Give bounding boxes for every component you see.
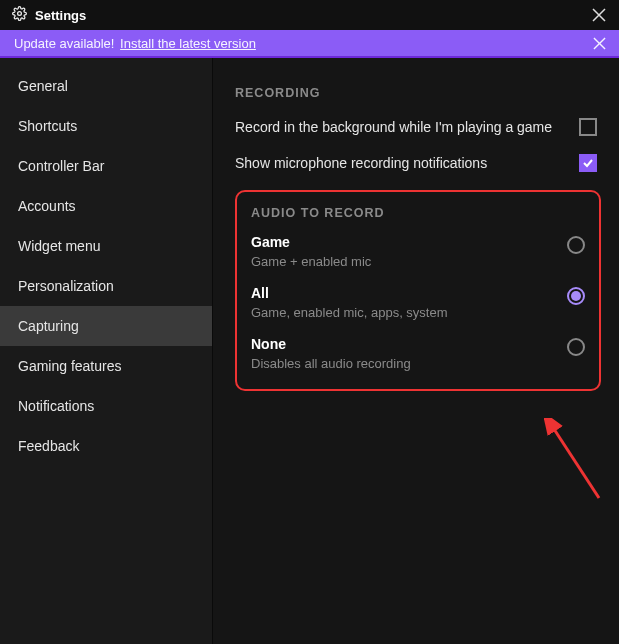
sidebar-item-gaming-features[interactable]: Gaming features	[0, 346, 212, 386]
gear-icon	[12, 6, 27, 25]
window-title: Settings	[35, 8, 86, 23]
radio-selected[interactable]	[567, 287, 585, 305]
radio-unselected[interactable]	[567, 236, 585, 254]
radio-desc: Disables all audio recording	[251, 356, 411, 371]
svg-point-0	[18, 11, 22, 15]
update-banner: Update available! Install the latest ver…	[0, 30, 619, 58]
setting-record-background[interactable]: Record in the background while I'm playi…	[235, 118, 601, 136]
setting-label: Record in the background while I'm playi…	[235, 119, 552, 135]
close-icon	[593, 37, 606, 50]
sidebar-item-feedback[interactable]: Feedback	[0, 426, 212, 466]
section-heading-audio: AUDIO TO RECORD	[251, 206, 585, 220]
radio-title: None	[251, 336, 411, 352]
sidebar-item-widget-menu[interactable]: Widget menu	[0, 226, 212, 266]
audio-option-all[interactable]: All Game, enabled mic, apps, system	[251, 285, 585, 320]
sidebar-item-label: Capturing	[18, 318, 79, 334]
sidebar-item-personalization[interactable]: Personalization	[0, 266, 212, 306]
sidebar-item-label: Widget menu	[18, 238, 100, 254]
radio-desc: Game, enabled mic, apps, system	[251, 305, 448, 320]
banner-prefix: Update available!	[14, 36, 114, 51]
close-icon	[592, 8, 606, 22]
radio-title: All	[251, 285, 448, 301]
radio-title: Game	[251, 234, 371, 250]
audio-option-none[interactable]: None Disables all audio recording	[251, 336, 585, 371]
sidebar: General Shortcuts Controller Bar Account…	[0, 58, 213, 644]
sidebar-item-general[interactable]: General	[0, 66, 212, 106]
setting-label: Show microphone recording notifications	[235, 155, 487, 171]
banner-install-link[interactable]: Install the latest version	[120, 36, 256, 51]
main: General Shortcuts Controller Bar Account…	[0, 58, 619, 644]
sidebar-item-shortcuts[interactable]: Shortcuts	[0, 106, 212, 146]
sidebar-item-notifications[interactable]: Notifications	[0, 386, 212, 426]
titlebar: Settings	[0, 0, 619, 30]
banner-close-button[interactable]	[589, 33, 609, 53]
content-pane: RECORDING Record in the background while…	[213, 58, 619, 644]
banner-text: Update available! Install the latest ver…	[14, 36, 256, 51]
sidebar-item-label: Shortcuts	[18, 118, 77, 134]
sidebar-item-capturing[interactable]: Capturing	[0, 306, 212, 346]
audio-to-record-section: AUDIO TO RECORD Game Game + enabled mic …	[235, 190, 601, 391]
sidebar-item-label: Accounts	[18, 198, 76, 214]
section-heading-recording: RECORDING	[235, 86, 601, 100]
sidebar-item-label: Personalization	[18, 278, 114, 294]
titlebar-left: Settings	[12, 6, 86, 25]
radio-desc: Game + enabled mic	[251, 254, 371, 269]
setting-mic-notifications[interactable]: Show microphone recording notifications	[235, 154, 601, 172]
checkbox-unchecked[interactable]	[579, 118, 597, 136]
sidebar-item-label: Controller Bar	[18, 158, 104, 174]
close-button[interactable]	[587, 3, 611, 27]
sidebar-item-controller-bar[interactable]: Controller Bar	[0, 146, 212, 186]
sidebar-item-label: Notifications	[18, 398, 94, 414]
sidebar-item-label: General	[18, 78, 68, 94]
sidebar-item-label: Feedback	[18, 438, 79, 454]
check-icon	[582, 157, 594, 169]
audio-option-game[interactable]: Game Game + enabled mic	[251, 234, 585, 269]
radio-unselected[interactable]	[567, 338, 585, 356]
sidebar-item-accounts[interactable]: Accounts	[0, 186, 212, 226]
sidebar-item-label: Gaming features	[18, 358, 122, 374]
checkbox-checked[interactable]	[579, 154, 597, 172]
